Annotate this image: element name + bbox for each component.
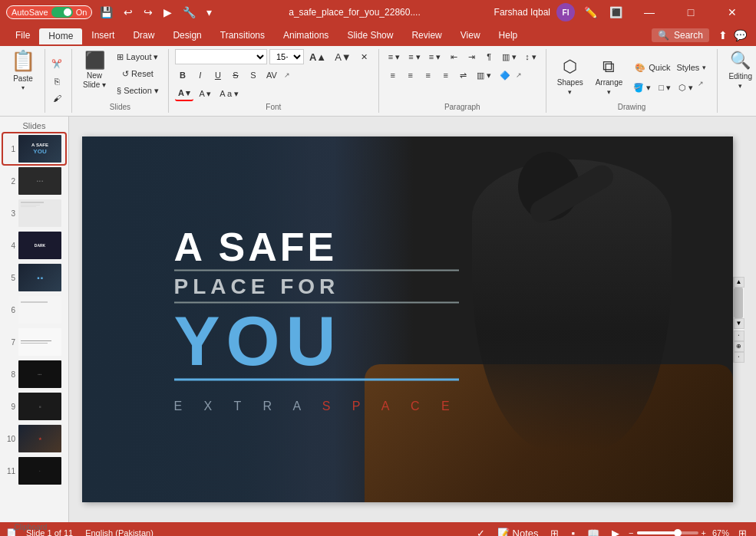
tab-help[interactable]: Help — [490, 27, 527, 44]
copy-button[interactable]: ⎘ — [48, 74, 65, 89]
align-right-btn[interactable]: ≡ — [421, 67, 436, 83]
grid-view-btn[interactable]: ⊞ — [547, 526, 562, 537]
reading-view-btn[interactable]: 📖 — [584, 526, 602, 537]
comments-btn[interactable]: 💬 — [731, 28, 750, 43]
clear-format-btn[interactable]: ✕ — [357, 49, 372, 64]
slide-canvas[interactable]: A SAFE PLACE FOR YOU E X T R A S P A C E — [82, 136, 733, 502]
quick-styles-button[interactable]: 🎨 Quick Styles ▾ — [630, 57, 711, 78]
tab-insert[interactable]: Insert — [82, 27, 124, 44]
more-btn[interactable]: ▾ — [203, 5, 215, 20]
justify-btn[interactable]: ≡ — [438, 67, 454, 83]
slide-thumb-4[interactable]: 4 DARK — [3, 230, 65, 261]
strikethrough-button[interactable]: S — [228, 67, 243, 83]
underline-button[interactable]: U — [210, 67, 226, 83]
italic-button[interactable]: I — [193, 67, 208, 83]
decrease-font-btn[interactable]: A▼ — [332, 49, 355, 64]
slide-thumb-3[interactable]: 3 — [3, 198, 65, 229]
increase-font-btn[interactable]: A▲ — [306, 49, 329, 64]
accessibility-btn[interactable]: ✓ — [474, 526, 488, 537]
fontsize-aa-btn[interactable]: A a ▾ — [216, 86, 242, 101]
increase-indent-btn[interactable]: ⇥ — [464, 49, 479, 64]
fit-screen-btn[interactable]: ⊞ — [735, 526, 750, 537]
normal-view-btn[interactable]: ▪ — [568, 526, 578, 537]
slide-thumb-8[interactable]: 8 ▪▪▪ — [3, 359, 65, 390]
linespacing-btn[interactable]: ↕ ▾ — [522, 49, 540, 64]
redo-btn[interactable]: ↪ — [140, 5, 156, 20]
notes-btn[interactable]: 📝 Notes — [494, 526, 542, 537]
tab-design[interactable]: Design — [163, 27, 210, 44]
slide-thumb-1[interactable]: 1 A SAFE YOU — [3, 133, 65, 164]
autosave-toggle[interactable]: AutoSave On — [6, 5, 92, 19]
vertical-scrollbar[interactable]: ▲ ▼ ⬝ ⊕ ⬝ — [733, 277, 744, 363]
reset-button[interactable]: ↺ Reset — [114, 66, 162, 81]
scroll-btn-4[interactable]: ⊕ — [734, 341, 744, 352]
slide-thumb-6[interactable]: 6 — [3, 294, 65, 325]
new-slide-button[interactable]: ⬛ New Slide ▾ — [78, 49, 111, 90]
save-btn[interactable]: 💾 — [97, 5, 116, 20]
share-btn[interactable]: ⬆ — [715, 28, 731, 43]
cut-button[interactable]: ✂️ — [48, 57, 65, 72]
textdir-btn[interactable]: ⇌ — [456, 67, 471, 83]
font-family-select[interactable] — [175, 49, 267, 64]
cols-btn[interactable]: ▥ ▾ — [474, 67, 494, 83]
editing-button[interactable]: 🔍 Editing ▾ — [724, 49, 756, 90]
section-button[interactable]: § Section ▾ — [114, 83, 162, 98]
highlight-btn[interactable]: A ▾ — [196, 86, 214, 101]
align-center-btn[interactable]: ≡ — [403, 67, 418, 83]
slide-thumb-10[interactable]: 10 ★ — [3, 423, 65, 454]
scroll-down-btn[interactable]: ▼ — [734, 318, 744, 329]
slide-thumb-9[interactable]: 9 ■ — [3, 391, 65, 422]
tab-animations[interactable]: Animations — [274, 27, 338, 44]
undo-btn[interactable]: ↩ — [120, 5, 136, 20]
tab-view[interactable]: View — [451, 27, 490, 44]
pen-btn[interactable]: ✏️ — [581, 5, 600, 20]
zoom-thumb[interactable] — [674, 529, 682, 536]
scroll-track[interactable] — [734, 288, 744, 318]
slideshow-view-btn[interactable]: ▶ — [609, 526, 622, 537]
shapes-button[interactable]: ⬡ Shapes ▾ — [553, 54, 588, 97]
scroll-thumb[interactable] — [734, 288, 743, 318]
tab-file[interactable]: File — [6, 27, 39, 44]
layout-button[interactable]: ⊞ Layout ▾ — [114, 49, 162, 64]
charspacing-button[interactable]: AV — [263, 67, 280, 83]
close-btn[interactable]: ✕ — [715, 0, 750, 25]
scroll-btn-3[interactable]: ⬝ — [734, 330, 744, 341]
paste-button[interactable]: 📋 Paste ▾ — [6, 49, 40, 90]
slide-thumb-2[interactable]: 2 • • • — [3, 166, 65, 196]
shape-fill-btn[interactable]: 🪣 ▾ — [630, 80, 654, 95]
zoom-out-icon[interactable]: − — [629, 528, 633, 536]
paste-arrow[interactable]: ▾ — [21, 84, 25, 91]
rtl-btn[interactable]: ¶ — [481, 49, 497, 64]
slides-panel[interactable]: Slides 1 A SAFE YOU 2 • • • 3 — [0, 117, 69, 522]
autosave-pill[interactable] — [51, 7, 73, 18]
bullets-btn[interactable]: ≡ ▾ — [385, 49, 403, 64]
multilevel-btn[interactable]: ≡ ▾ — [426, 49, 444, 64]
numbering-btn[interactable]: ≡ ▾ — [405, 49, 423, 64]
decrease-indent-btn[interactable]: ⇤ — [446, 49, 461, 64]
search-box[interactable]: 🔍 Search — [652, 28, 709, 42]
zoom-in-icon[interactable]: + — [702, 528, 706, 536]
font-color-btn[interactable]: A ▾ — [175, 86, 194, 101]
shape-effect-btn[interactable]: ⬡ ▾ — [675, 80, 696, 95]
align-left-btn[interactable]: ≡ — [385, 67, 401, 83]
arrange-button[interactable]: ⧉ Arrange ▾ — [591, 54, 628, 97]
minimize-btn[interactable]: — — [632, 0, 667, 25]
font-size-select[interactable]: 15+ — [269, 49, 304, 64]
customize-btn[interactable]: 🔧 — [180, 5, 199, 20]
smartart-btn[interactable]: 🔷 — [497, 67, 513, 83]
tab-transitions[interactable]: Transitions — [211, 27, 274, 44]
tab-review[interactable]: Review — [402, 27, 451, 44]
scroll-up-btn[interactable]: ▲ — [734, 277, 744, 288]
slide-thumb-5[interactable]: 5 ■ ■ — [3, 262, 65, 293]
format-painter-button[interactable]: 🖌 — [48, 90, 65, 106]
tab-draw[interactable]: Draw — [124, 27, 163, 44]
maximize-btn[interactable]: □ — [673, 0, 708, 25]
tab-slideshow[interactable]: Slide Show — [338, 27, 402, 44]
zoom-slider[interactable] — [637, 531, 698, 534]
ribbonhide-btn[interactable]: 🔳 — [606, 5, 626, 20]
tab-home[interactable]: Home — [39, 28, 82, 44]
slide-text-block[interactable]: A SAFE PLACE FOR YOU E X T R A S P A C E — [174, 226, 459, 413]
bold-button[interactable]: B — [175, 67, 190, 83]
shadow-button[interactable]: S — [246, 67, 261, 83]
shape-outline-btn[interactable]: □ ▾ — [655, 80, 674, 95]
